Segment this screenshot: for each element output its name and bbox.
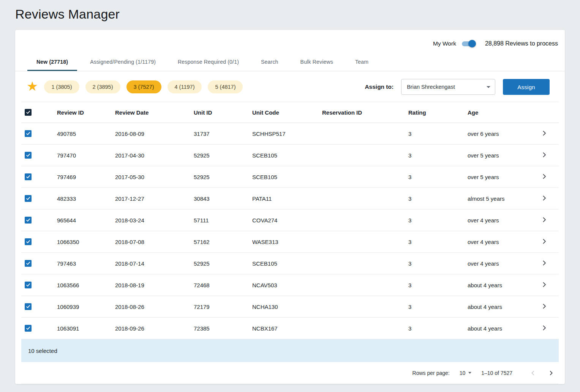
cell-unit-code: SCEB105 — [252, 145, 322, 166]
cell-unit-id: 72385 — [194, 318, 252, 339]
tab-bulk-reviews[interactable]: Bulk Reviews — [291, 53, 342, 71]
chevron-right-icon — [540, 173, 548, 180]
row-checkbox[interactable] — [25, 325, 32, 332]
rating-chip-2[interactable]: 2 (3895) — [85, 80, 120, 93]
cell-reservation-id — [322, 296, 408, 318]
row-open-button[interactable] — [540, 324, 549, 332]
star-icon: ★ — [27, 80, 38, 93]
rating-filter-group: ★ 1 (3805)2 (3895)3 (7527)4 (1197)5 (481… — [27, 80, 243, 93]
cell-age: over 5 years — [468, 145, 537, 166]
row-open-button[interactable] — [540, 281, 549, 289]
row-checkbox[interactable] — [25, 195, 32, 202]
tab-team[interactable]: Team — [346, 53, 378, 71]
row-open-button[interactable] — [540, 151, 549, 159]
col-review-date: Review Date — [115, 102, 194, 123]
tab-search[interactable]: Search — [252, 53, 288, 71]
toggle-thumb — [468, 40, 476, 47]
rating-chip-4[interactable]: 4 (1197) — [168, 80, 202, 93]
table-row: 4823332017-12-2730843PATA113almost 5 yea… — [21, 188, 559, 209]
tab-response-required[interactable]: Response Required (0/1) — [169, 53, 248, 71]
check-icon — [25, 131, 31, 136]
row-checkbox[interactable] — [25, 152, 32, 159]
check-icon — [25, 174, 31, 179]
row-open-button[interactable] — [540, 129, 549, 138]
assign-to-label: Assign to: — [365, 83, 394, 90]
cell-reservation-id — [322, 231, 408, 253]
check-icon — [25, 261, 31, 266]
cell-review-id: 1063566 — [57, 274, 115, 296]
cell-unit-code: SCEB105 — [252, 166, 322, 188]
cell-age: over 4 years — [468, 253, 537, 274]
check-icon — [25, 326, 31, 331]
cell-rating: 3 — [408, 318, 468, 339]
check-icon — [25, 304, 31, 309]
check-icon — [25, 153, 31, 158]
chevron-right-icon — [540, 238, 548, 245]
row-open-button[interactable] — [540, 238, 549, 246]
cell-unit-id: 30843 — [194, 188, 252, 209]
row-checkbox[interactable] — [25, 303, 32, 310]
cell-review-date: 2017-05-30 — [115, 166, 194, 188]
cell-review-id: 797463 — [57, 253, 115, 274]
row-open-button[interactable] — [540, 302, 549, 311]
tab-assigned-pending[interactable]: Assigned/Pending (1/1179) — [81, 53, 165, 71]
reviews-to-process-count: 28,898 Reviews to process — [485, 40, 558, 47]
cell-unit-id: 72179 — [194, 296, 252, 318]
cell-age: about 4 years — [468, 318, 537, 339]
row-open-button[interactable] — [540, 216, 549, 224]
table-row: 10635662018-08-1972468NCAV5033about 4 ye… — [21, 274, 559, 296]
cell-unit-code: SCEB105 — [252, 253, 322, 274]
rating-chips: 1 (3805)2 (3895)3 (7527)4 (1197)5 (4817) — [44, 80, 243, 93]
row-checkbox[interactable] — [25, 282, 32, 288]
row-checkbox[interactable] — [25, 130, 32, 137]
cell-rating: 3 — [408, 296, 468, 318]
table-body: 4907852016-08-0931737SCHHSP5173over 6 ye… — [21, 123, 559, 339]
table-row: 7974632018-07-1452925SCEB1053over 4 year… — [21, 253, 559, 274]
rating-chip-1[interactable]: 1 (3805) — [44, 80, 79, 93]
cell-reservation-id — [322, 253, 408, 274]
pagination: Rows per page: 10 1–10 of 7527 — [21, 362, 559, 384]
row-checkbox[interactable] — [25, 238, 32, 245]
cell-rating: 3 — [408, 145, 468, 166]
cell-review-date: 2018-08-19 — [115, 274, 194, 296]
cell-age: over 4 years — [468, 209, 537, 231]
cell-age: over 5 years — [468, 166, 537, 188]
col-unit-id: Unit ID — [194, 102, 252, 123]
chevron-right-icon — [540, 259, 548, 267]
assign-button[interactable]: Assign — [503, 79, 550, 95]
table-row: 10663502018-07-0857162WASE3133over 4 yea… — [21, 231, 559, 253]
rating-chip-5[interactable]: 5 (4817) — [208, 80, 243, 93]
cell-review-date: 2018-08-26 — [115, 296, 194, 318]
select-caret-icon — [487, 86, 490, 88]
rows-per-page-select[interactable]: 10 — [460, 370, 472, 376]
tab-new[interactable]: New (27718) — [27, 53, 77, 71]
row-checkbox[interactable] — [25, 260, 32, 267]
chevron-right-icon — [548, 370, 555, 376]
my-work-toggle[interactable] — [459, 39, 477, 48]
cell-review-id: 482333 — [57, 188, 115, 209]
rating-chip-3[interactable]: 3 (7527) — [126, 80, 161, 93]
cell-reservation-id — [322, 188, 408, 209]
col-age: Age — [468, 102, 537, 123]
row-checkbox[interactable] — [25, 217, 32, 224]
cell-reservation-id — [322, 166, 408, 188]
cell-unit-code: NCAV503 — [252, 274, 322, 296]
cell-age: over 4 years — [468, 231, 537, 253]
cell-age: about 4 years — [468, 296, 537, 318]
cell-reservation-id — [322, 123, 408, 145]
row-checkbox[interactable] — [25, 173, 32, 180]
cell-review-date: 2018-09-26 — [115, 318, 194, 339]
table-row: 9656442018-03-2457111COVA2743over 4 year… — [21, 209, 559, 231]
select-all-checkbox[interactable] — [25, 109, 32, 116]
row-open-button[interactable] — [540, 259, 549, 268]
cell-review-date: 2017-04-30 — [115, 145, 194, 166]
row-open-button[interactable] — [540, 194, 549, 203]
next-page-button[interactable] — [546, 368, 556, 378]
cell-review-id: 1066350 — [57, 231, 115, 253]
assignee-select[interactable]: Brian Shreckengast — [401, 79, 495, 95]
pagination-range: 1–10 of 7527 — [481, 370, 512, 376]
cell-reservation-id — [322, 318, 408, 339]
reviews-table-wrap: Review ID Review Date Unit ID Unit Code … — [15, 102, 565, 384]
row-open-button[interactable] — [540, 173, 549, 181]
cell-unit-code: NCHA130 — [252, 296, 322, 318]
